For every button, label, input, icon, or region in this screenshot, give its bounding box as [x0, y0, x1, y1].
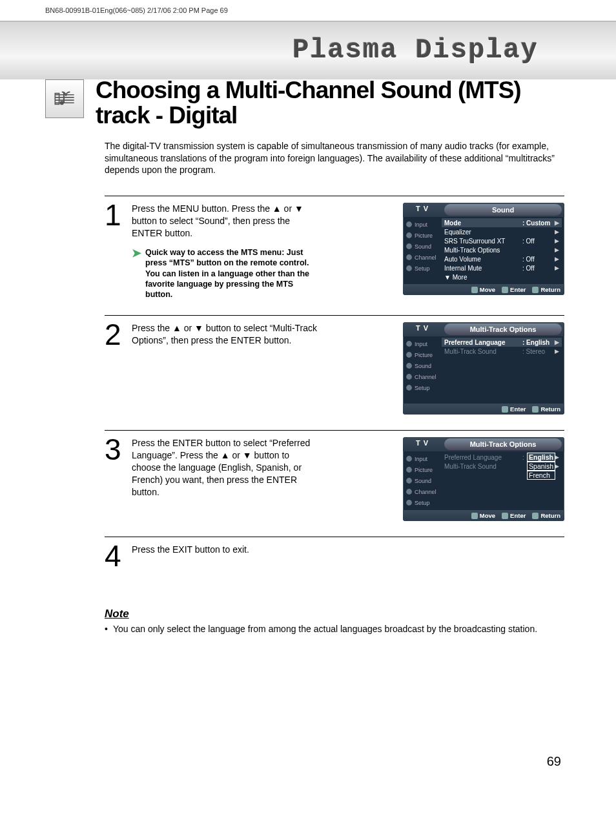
enter-label: Enter [510, 512, 526, 519]
step-2: 2 Press the ▲ or ▼ button to select “Mul… [105, 315, 564, 415]
osd-sidebar: InputPictureSoundChannelSetup [403, 451, 442, 510]
popup-option: French [527, 471, 555, 480]
music-note-icon [45, 79, 84, 118]
svg-point-13 [406, 478, 412, 484]
osd-sidebar: InputPictureSoundChannelSetup [403, 336, 442, 404]
enter-label: Enter [510, 405, 526, 413]
svg-point-5 [406, 265, 412, 271]
svg-point-11 [406, 456, 412, 462]
return-label: Return [540, 405, 560, 413]
osd-row: Internal Mute: Off▶ [442, 263, 562, 272]
osd-footer: Move Enter Return [403, 284, 564, 295]
return-icon [532, 513, 539, 519]
move-label: Move [480, 286, 495, 293]
step-number: 1 [105, 203, 124, 300]
svg-point-7 [406, 352, 412, 358]
step-number: 2 [105, 322, 124, 415]
intro-paragraph: The digital-TV transmission system is ca… [105, 140, 564, 177]
osd-row: ▼ More [442, 272, 562, 282]
osd-side-channel: Channel [403, 371, 442, 382]
step-text: Press the MENU button. Press the ▲ or ▼ … [132, 203, 319, 240]
note-section: Note • You can only select the language … [105, 608, 564, 636]
osd-list: Preferred Language: English▶Multi-Track … [442, 336, 564, 404]
return-icon [532, 406, 539, 413]
tip-arrow-icon: ➤ [132, 247, 141, 300]
osd-tab-title: Sound [444, 204, 562, 216]
return-label: Return [540, 286, 560, 293]
svg-point-9 [406, 374, 412, 380]
note-label: Note [105, 608, 564, 620]
return-label: Return [540, 512, 560, 519]
step-number: 4 [105, 544, 124, 569]
osd-side-picture: Picture [403, 349, 442, 360]
svg-point-1 [406, 221, 412, 227]
osd-row: SRS TruSurround XT: Off▶ [442, 236, 562, 245]
osd-side-setup: Setup [403, 382, 442, 393]
enter-icon [502, 287, 508, 293]
svg-point-10 [406, 385, 412, 391]
osd-side-sound: Sound [403, 360, 442, 371]
osd-tv-label: T V [403, 437, 442, 451]
step-1: 1 Press the MENU button. Press the ▲ or … [105, 196, 564, 300]
banner: Plasma Display [0, 21, 616, 79]
osd-row: Multi-Track Sound: Stereo▶ [442, 347, 562, 356]
svg-point-2 [406, 232, 412, 238]
bullet: • [105, 623, 108, 636]
osd-side-setup: Setup [403, 263, 442, 274]
osd-row: Multi-Track Options▶ [442, 245, 562, 254]
osd-side-input: Input [403, 219, 442, 230]
move-label: Move [480, 512, 495, 519]
osd-menu-mto: T V Multi-Track Options InputPictureSoun… [403, 322, 564, 415]
popup-option: English [527, 453, 555, 462]
enter-icon [502, 406, 508, 413]
osd-side-channel: Channel [403, 486, 442, 497]
pdf-header: BN68-00991B-01Eng(066~085) 2/17/06 2:00 … [0, 0, 616, 21]
svg-point-8 [406, 363, 412, 369]
osd-row: Auto Volume: Off▶ [442, 254, 562, 263]
osd-side-sound: Sound [403, 241, 442, 252]
svg-point-3 [406, 243, 412, 249]
note-text: You can only select the language from am… [113, 623, 537, 636]
tip: ➤ Quick way to access the MTS menu: Just… [132, 247, 319, 300]
osd-side-input: Input [403, 453, 442, 464]
osd-list: Preferred Language:▶Multi-Track Sound▶En… [442, 451, 564, 510]
svg-point-14 [406, 489, 412, 495]
step-text: Press the EXIT button to exit. [132, 544, 319, 569]
svg-point-6 [406, 341, 412, 347]
osd-row: Mode: Custom▶ [442, 218, 562, 227]
banner-title: Plasma Display [293, 35, 539, 66]
osd-menu-lang: T V Multi-Track Options InputPictureSoun… [403, 437, 564, 521]
move-icon [471, 287, 478, 293]
step-3: 3 Press the ENTER button to select “Pref… [105, 430, 564, 521]
step-text: Press the ▲ or ▼ button to select “Multi… [132, 322, 319, 415]
osd-sidebar: InputPictureSoundChannelSetup [403, 217, 442, 284]
step-text: Press the ENTER button to select “Prefer… [132, 437, 319, 521]
enter-label: Enter [510, 286, 526, 293]
osd-side-setup: Setup [403, 497, 442, 508]
osd-tv-label: T V [403, 203, 442, 217]
svg-point-15 [406, 500, 412, 506]
osd-row: Preferred Language: English▶ [442, 338, 562, 347]
osd-tv-label: T V [403, 322, 442, 336]
osd-side-picture: Picture [403, 230, 442, 241]
osd-footer: Enter Return [403, 404, 564, 415]
osd-menu-sound: T V Sound InputPictureSoundChannelSetup … [403, 203, 564, 295]
osd-tab-title: Multi-Track Options [444, 323, 562, 335]
enter-icon [502, 513, 508, 519]
osd-side-picture: Picture [403, 464, 442, 475]
return-icon [532, 287, 539, 293]
osd-row: Equalizer▶ [442, 227, 562, 236]
language-popup: EnglishSpanishFrench [527, 453, 560, 480]
page-number: 69 [547, 754, 561, 769]
step-4: 4 Press the EXIT button to exit. [105, 537, 564, 569]
svg-point-12 [406, 467, 412, 473]
popup-option: Spanish [527, 462, 555, 471]
svg-point-4 [406, 254, 412, 260]
osd-side-input: Input [403, 338, 442, 349]
osd-list: Mode: Custom▶Equalizer▶SRS TruSurround X… [442, 217, 564, 284]
osd-side-channel: Channel [403, 252, 442, 263]
osd-tab-title: Multi-Track Options [444, 438, 562, 450]
tip-text: Quick way to access the MTS menu: Just p… [145, 247, 319, 300]
page-title: Choosing a Multi-Channel Sound (MTS) tra… [96, 78, 564, 128]
move-icon [471, 513, 478, 519]
